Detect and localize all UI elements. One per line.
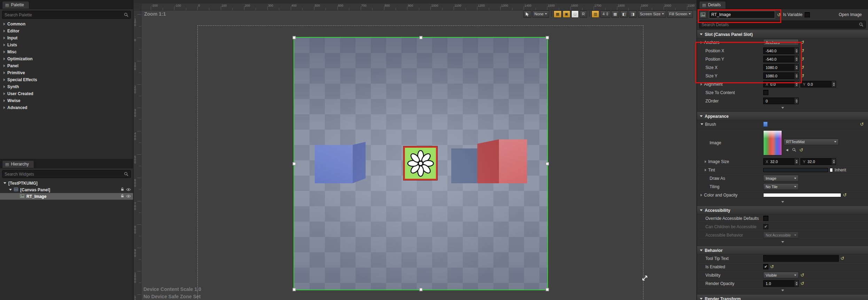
expand-arrow-icon[interactable] (701, 41, 702, 44)
spinner-arrows-icon[interactable] (795, 98, 798, 104)
expand-arrow-icon[interactable] (705, 169, 706, 171)
size-to-content-checkbox[interactable] (763, 90, 768, 95)
widget-name-field[interactable] (709, 11, 775, 18)
expand-arrow-icon[interactable] (3, 51, 5, 53)
size-x-field[interactable]: 1080.0 (763, 64, 799, 71)
section-header-accessibility[interactable]: Accessibility (697, 206, 868, 214)
section-header-render-transform[interactable]: Render Transform (697, 295, 868, 300)
tab-details[interactable]: ▤ Details (699, 1, 726, 9)
browse-to-asset-icon[interactable] (792, 148, 796, 152)
position-x-field[interactable]: -540.0 (763, 47, 799, 54)
widget-name-input[interactable] (711, 12, 773, 17)
light-square-button[interactable]: □ (571, 10, 579, 18)
lock-icon[interactable] (120, 194, 124, 199)
tint-mini-swatch[interactable] (830, 168, 833, 172)
render-opacity-field[interactable]: 1.0 (763, 280, 799, 287)
resize-handle-ne[interactable] (546, 36, 549, 39)
open-image-button[interactable]: Open Image (839, 12, 862, 17)
show-advanced-expander[interactable] (697, 239, 868, 245)
hierarchy-item-rt-image[interactable]: RT_Image (0, 193, 133, 200)
reset-to-default-icon[interactable]: ↺ (800, 65, 804, 70)
palette-search[interactable] (2, 11, 131, 19)
zorder-field[interactable]: 0 (763, 98, 799, 104)
spinner-arrows-icon[interactable] (795, 48, 798, 54)
cursor-tool-button[interactable] (523, 10, 531, 18)
material-thumbnail[interactable] (763, 130, 782, 155)
screen-size-dropdown[interactable]: Screen Size (638, 10, 666, 18)
tool-tip-text-field[interactable] (763, 255, 839, 262)
palette-item-user-created[interactable]: User Created (0, 90, 133, 97)
reset-to-default-icon[interactable]: ↺ (800, 48, 804, 53)
hierarchy-item-canvas-panel[interactable]: [Canvas Panel] (0, 186, 133, 193)
collapse-arrow-icon[interactable] (700, 115, 703, 117)
section-header-appearance[interactable]: Appearance (697, 112, 868, 120)
resize-handle-se[interactable] (546, 288, 549, 291)
draw-as-dropdown[interactable]: Image (763, 175, 799, 182)
color-and-opacity-color-swatch[interactable] (763, 193, 841, 197)
is-variable-checkbox[interactable] (805, 12, 810, 17)
reset-to-default-icon[interactable]: ↺ (840, 256, 844, 261)
palette-item-input[interactable]: Input (0, 34, 133, 41)
override-accessible-defaults-checkbox[interactable] (763, 216, 768, 221)
collapse-arrow-icon[interactable] (700, 209, 703, 211)
accessible-behavior-dropdown[interactable]: Not Accessible (763, 232, 799, 238)
expand-arrow-icon[interactable] (701, 83, 702, 86)
eye-icon[interactable] (126, 194, 131, 199)
visibility-dropdown[interactable]: Visible (763, 272, 799, 278)
image-asset-dropdown[interactable]: RTTestMat (784, 139, 839, 145)
expand-arrow-icon[interactable] (3, 106, 5, 109)
spinner-arrows-icon[interactable] (795, 159, 798, 164)
snap-grid-size-stepper[interactable]: 4 (600, 10, 610, 18)
reset-to-default-icon[interactable]: ↺ (777, 13, 781, 17)
collapse-arrow-icon[interactable] (3, 182, 6, 184)
spinner-arrows-icon[interactable] (795, 56, 798, 62)
tint-color-swatch[interactable] (763, 168, 828, 172)
designer-viewport[interactable]: -200-10001002003004005006007008009001000… (134, 0, 696, 300)
alignment-y-field[interactable]: Y0.0 (800, 81, 836, 87)
fill-screen-dropdown[interactable]: Fill Screen (667, 10, 693, 18)
collapse-arrow-icon[interactable] (700, 298, 703, 300)
reset-to-default-icon[interactable]: ↺ (843, 193, 847, 197)
reset-to-default-icon[interactable]: ↺ (800, 281, 804, 286)
reset-to-default-icon[interactable]: ↺ (800, 40, 804, 45)
expand-arrow-icon[interactable] (701, 123, 703, 125)
palette-item-primitive[interactable]: Primitive (0, 69, 133, 76)
expand-arrow-icon[interactable] (705, 160, 706, 163)
brush-orange-button[interactable]: ▥ (592, 10, 599, 18)
image-size-y-field[interactable]: Y32.0 (800, 158, 836, 165)
is-enabled-checkbox[interactable]: ✔ (763, 264, 768, 269)
localization-none-dropdown[interactable]: None (532, 10, 549, 18)
spinner-arrows-icon[interactable] (832, 81, 836, 87)
reset-to-default-icon[interactable]: ↺ (799, 148, 803, 152)
palette-item-optimization[interactable]: Optimization (0, 55, 133, 62)
grid-orange-button[interactable]: ▦ (554, 10, 561, 18)
position-y-field[interactable]: -540.0 (763, 56, 799, 62)
expand-arrow-icon[interactable] (3, 23, 5, 25)
expand-arrow-icon[interactable] (3, 92, 5, 95)
section-header-behavior[interactable]: Behavior (697, 246, 868, 254)
flip-vertical-button[interactable]: ◨ (629, 10, 636, 18)
show-advanced-expander[interactable] (697, 199, 868, 205)
tiling-dropdown[interactable]: No Tile (763, 183, 799, 190)
reset-to-default-icon[interactable]: ↺ (800, 74, 804, 78)
expand-arrow-icon[interactable] (3, 99, 5, 102)
size-y-field[interactable]: 1080.0 (763, 72, 799, 79)
image-size-x-field[interactable]: X32.0 (763, 158, 799, 165)
expand-arrow-icon[interactable] (3, 64, 5, 67)
flip-horizontal-button[interactable]: ◧ (620, 10, 628, 18)
spinner-arrows-icon[interactable] (795, 81, 798, 87)
expand-arrow-icon[interactable] (3, 44, 5, 46)
palette-item-panel[interactable]: Panel (0, 62, 133, 69)
palette-item-special-effects[interactable]: Special Effects (0, 76, 133, 83)
hierarchy-item-testptkumg[interactable]: [TestPTKUMG] (0, 180, 133, 186)
resize-handle-w[interactable] (293, 162, 296, 165)
spinner-arrows-icon[interactable] (795, 73, 798, 79)
reset-to-default-icon[interactable]: ↺ (800, 57, 804, 61)
alignment-x-field[interactable]: X0.0 (763, 81, 799, 87)
collapse-arrow-icon[interactable] (700, 33, 703, 35)
tab-palette[interactable]: ▤ Palette (2, 1, 29, 9)
can-children-be-accessible-checkbox[interactable]: ✔ (763, 224, 768, 229)
expand-arrow-icon[interactable] (3, 57, 5, 60)
show-advanced-expander[interactable] (697, 105, 868, 110)
spinner-arrows-icon[interactable] (795, 280, 798, 286)
